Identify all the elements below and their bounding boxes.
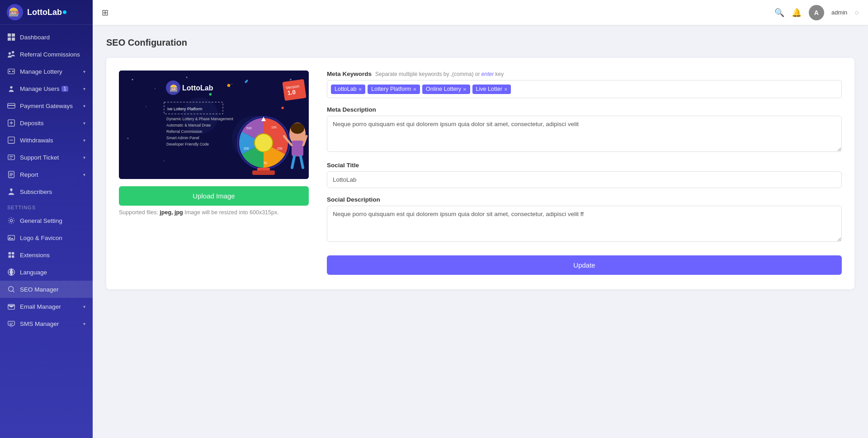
sidebar-item-general-setting[interactable]: General Setting: [0, 212, 93, 229]
right-panel: Meta Keywords Separate multiple keywords…: [327, 71, 842, 275]
tag-close-icon[interactable]: ×: [463, 86, 467, 93]
avatar[interactable]: A: [809, 5, 824, 20]
tag-text: Online Lottery: [426, 86, 461, 92]
preview-svg: 🎰 LottoLab Version 1.0 ive Lottery Platf…: [119, 71, 309, 179]
social-description-label: Social Description: [327, 196, 842, 203]
svg-text:LottoLab: LottoLab: [182, 84, 213, 92]
bell-icon[interactable]: 🔔: [792, 8, 802, 18]
sidebar-item-label: Subscribers: [20, 188, 52, 195]
sidebar-item-dashboard[interactable]: Dashboard: [0, 28, 93, 46]
logo-icon: 🎰: [6, 4, 24, 21]
sidebar-item-logo-favicon[interactable]: Logo & Favicon: [0, 229, 93, 246]
svg-text:500: 500: [246, 127, 252, 130]
svg-text:Automatic & Manual Draw: Automatic & Manual Draw: [166, 123, 211, 127]
svg-text:Dynamic Lottery & Phase Manage: Dynamic Lottery & Phase Management: [166, 117, 234, 121]
support-icon: [7, 153, 15, 161]
svg-text:ive Lottery Platform: ive Lottery Platform: [167, 107, 203, 111]
tag-close-icon[interactable]: ×: [359, 86, 362, 93]
svg-text:Smart Admin Panel: Smart Admin Panel: [166, 136, 199, 140]
supported-files-types: jpeg, jpg: [160, 209, 183, 216]
svg-rect-13: [8, 105, 15, 106]
svg-point-11: [10, 86, 12, 89]
sidebar-item-label: Payment Gateways: [20, 103, 73, 109]
sidebar-item-referral-commissions[interactable]: Referral Commissions: [0, 46, 93, 63]
sidebar-item-language[interactable]: Language: [0, 264, 93, 281]
search-icon[interactable]: 🔍: [774, 8, 784, 18]
sidebar-item-deposits[interactable]: Deposits ▾: [0, 114, 93, 132]
language-icon: [7, 268, 15, 276]
svg-text:300: 300: [244, 147, 249, 150]
tag-text: LottoLab: [335, 86, 357, 92]
tag-close-icon[interactable]: ×: [504, 86, 508, 93]
svg-text:Referral Commission: Referral Commission: [166, 129, 203, 134]
svg-point-32: [186, 77, 188, 78]
preview-image-container: 🎰 LottoLab Version 1.0 ive Lottery Platf…: [119, 71, 309, 179]
sidebar-item-label: Referral Commissions: [20, 51, 80, 58]
deposits-icon: [7, 119, 15, 127]
chevron-down-icon: ▾: [83, 86, 85, 91]
sidebar-item-label: Manage Users: [20, 85, 60, 92]
svg-text:1.0: 1.0: [287, 89, 296, 96]
svg-point-33: [231, 84, 232, 85]
sidebar-item-subscribers[interactable]: Subscribers: [0, 183, 93, 200]
sidebar-item-support-ticket[interactable]: Support Ticket ▾: [0, 149, 93, 166]
sidebar-item-seo-manager[interactable]: SEO Manager: [0, 281, 93, 298]
update-button[interactable]: Update: [327, 255, 842, 275]
meta-keywords-tags-container[interactable]: LottoLab×Lottery Platform×Online Lottery…: [327, 80, 842, 98]
sidebar-item-manage-users[interactable]: Manage Users 1 ▾: [0, 80, 93, 97]
sidebar-item-label: Support Ticket: [20, 154, 59, 161]
svg-rect-22: [12, 252, 14, 254]
svg-rect-5: [12, 38, 15, 41]
tag-close-icon[interactable]: ×: [413, 86, 417, 93]
sidebar-item-sms-manager[interactable]: SMS Manager ▾: [0, 315, 93, 332]
dashboard-icon: [7, 33, 15, 41]
logo-dot-icon: [63, 10, 66, 14]
tag-text: Lottery Platform: [371, 86, 411, 92]
sidebar-item-extensions[interactable]: Extensions: [0, 246, 93, 264]
social-title-group: Social Title: [327, 162, 842, 188]
seo-config-card: 🎰 LottoLab Version 1.0 ive Lottery Platf…: [106, 58, 854, 289]
sidebar-nav: Dashboard Referral Commissions Manage Lo…: [0, 25, 93, 438]
svg-point-7: [12, 51, 14, 53]
svg-rect-19: [8, 235, 14, 240]
svg-point-38: [164, 160, 165, 161]
social-title-input[interactable]: [327, 171, 842, 188]
grid-icon[interactable]: ⊞: [102, 8, 108, 18]
upload-image-button[interactable]: Upload Image: [119, 186, 309, 206]
svg-rect-24: [12, 255, 14, 258]
svg-point-41: [182, 98, 218, 134]
sidebar-item-email-manager[interactable]: Email Manager ▾: [0, 298, 93, 315]
meta-description-input[interactable]: [327, 116, 842, 152]
svg-point-10: [12, 71, 14, 72]
sidebar-item-manage-lottery[interactable]: Manage Lottery ▾: [0, 63, 93, 80]
seo-icon: [7, 285, 15, 293]
social-description-input[interactable]: [327, 206, 842, 242]
tag-item[interactable]: Live Lotter×: [472, 85, 511, 94]
svg-point-57: [255, 134, 273, 152]
svg-rect-67: [292, 141, 303, 156]
tag-item[interactable]: LottoLab×: [331, 85, 365, 94]
tag-item[interactable]: Lottery Platform×: [368, 85, 420, 94]
chevron-down-icon: ▾: [83, 321, 85, 326]
lottery-icon: [7, 67, 15, 75]
social-description-group: Social Description: [327, 196, 842, 244]
svg-text:200: 200: [277, 147, 283, 150]
tag-item[interactable]: Online Lottery×: [422, 85, 470, 94]
social-title-label: Social Title: [327, 162, 842, 169]
svg-point-20: [9, 237, 11, 238]
chevron-down-icon: ▾: [83, 69, 85, 74]
svg-point-6: [9, 52, 11, 55]
extension-icon: [7, 251, 15, 259]
sidebar-item-report[interactable]: Report ▾: [0, 166, 93, 183]
users-badge: 1: [61, 86, 69, 92]
svg-point-34: [290, 79, 292, 80]
svg-point-30: [132, 79, 133, 80]
sidebar-item-payment-gateways[interactable]: Payment Gateways ▾: [0, 97, 93, 114]
svg-rect-4: [8, 38, 11, 41]
report-icon: [7, 170, 15, 179]
svg-point-18: [10, 219, 12, 221]
svg-rect-16: [8, 155, 14, 160]
sidebar-item-withdrawals[interactable]: Withdrawals ▾: [0, 132, 93, 149]
admin-label: admin: [831, 9, 847, 16]
settings-section-label: SETTINGS: [0, 200, 93, 212]
